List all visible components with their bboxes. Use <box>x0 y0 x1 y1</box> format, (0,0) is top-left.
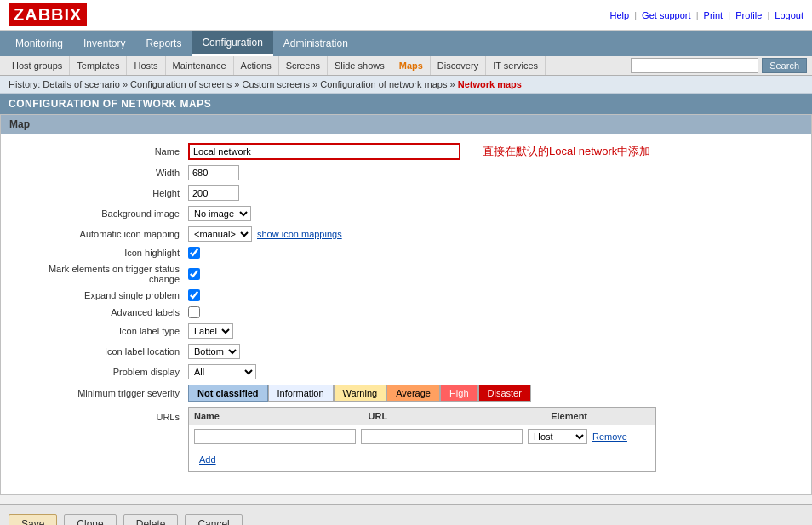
subnav-templates[interactable]: Templates <box>70 56 127 75</box>
nav-configuration[interactable]: Configuration <box>192 31 272 56</box>
severity-average[interactable]: Average <box>386 385 440 402</box>
auto-icon-label: Automatic icon mapping <box>18 229 188 239</box>
min-trigger-label: Minimum trigger severity <box>18 388 188 398</box>
subnav-discovery[interactable]: Discovery <box>431 56 486 75</box>
width-row: Width <box>18 165 794 180</box>
nav-administration[interactable]: Administration <box>273 31 358 55</box>
search-area: Search <box>631 58 807 73</box>
section-header: Map <box>1 115 811 134</box>
subnav-hosts[interactable]: Hosts <box>127 56 165 75</box>
logo: ZABBIX <box>9 3 87 26</box>
subnav-maintenance[interactable]: Maintenance <box>166 56 234 75</box>
icon-highlight-label: Icon highlight <box>18 248 188 258</box>
subnav-maps[interactable]: Maps <box>392 56 431 75</box>
delete-button[interactable]: Delete <box>123 514 179 525</box>
height-label: Height <box>18 188 188 198</box>
name-input[interactable] <box>188 143 460 160</box>
width-control <box>188 165 239 180</box>
subnav-slideshows[interactable]: Slide shows <box>328 56 392 75</box>
get-support-link[interactable]: Get support <box>642 10 690 20</box>
icon-highlight-control <box>188 247 200 259</box>
url-url-input[interactable] <box>361 429 523 444</box>
expand-single-checkbox[interactable] <box>188 289 200 301</box>
problem-display-row: Problem display All <box>18 364 794 379</box>
auto-icon-row: Automatic icon mapping <manual> show ico… <box>18 226 794 242</box>
severity-not-classified[interactable]: Not classified <box>188 385 268 402</box>
mark-elements-control <box>188 268 200 280</box>
top-bar: ZABBIX Help | Get support | Print | Prof… <box>0 0 812 31</box>
width-input[interactable] <box>188 165 239 180</box>
url-col-element-header: Element <box>551 411 650 421</box>
severity-disaster[interactable]: Disaster <box>478 385 531 402</box>
subnav-itservices[interactable]: IT services <box>486 56 546 75</box>
url-name-input[interactable] <box>194 429 356 444</box>
expand-single-label: Expand single problem <box>18 290 188 300</box>
advanced-labels-row: Advanced labels <box>18 306 794 318</box>
bg-image-row: Background image No image <box>18 206 794 221</box>
icon-label-location-row: Icon label location Bottom <box>18 344 794 359</box>
problem-display-select[interactable]: All <box>188 364 256 379</box>
url-element-select[interactable]: Host <box>528 429 587 444</box>
nav-reports[interactable]: Reports <box>135 31 192 55</box>
cancel-button[interactable]: Cancel <box>185 514 242 525</box>
icon-label-location-select[interactable]: Bottom <box>188 344 240 359</box>
breadcrumb-item-0[interactable]: Details of scenario <box>43 79 120 89</box>
bottom-bar: Save Clone Delete Cancel <box>0 504 812 525</box>
top-links: Help | Get support | Print | Profile | L… <box>609 10 803 20</box>
icon-label-type-row: Icon label type Label <box>18 323 794 339</box>
help-link[interactable]: Help <box>609 10 629 20</box>
mark-elements-row: Mark elements on trigger status change <box>18 264 794 284</box>
subnav-actions[interactable]: Actions <box>234 56 279 75</box>
advanced-labels-checkbox[interactable] <box>188 306 200 318</box>
name-control: 直接在默认的Local network中添加 <box>188 143 650 160</box>
search-button[interactable]: Search <box>762 58 807 73</box>
icon-highlight-row: Icon highlight <box>18 247 794 259</box>
url-table: Name URL Element Host Remove Add <box>188 407 656 472</box>
url-table-header: Name URL Element <box>189 408 655 425</box>
bg-image-select[interactable]: No image <box>188 206 251 221</box>
icon-label-type-label: Icon label type <box>18 326 188 336</box>
icon-label-type-select[interactable]: Label <box>188 323 233 339</box>
sub-nav: Host groups Templates Hosts Maintenance … <box>0 56 812 76</box>
mark-elements-checkbox[interactable] <box>188 268 200 280</box>
min-trigger-control: Not classified Information Warning Avera… <box>188 385 531 402</box>
show-icon-mappings-link[interactable]: show icon mappings <box>257 229 342 239</box>
clone-button[interactable]: Clone <box>64 514 116 525</box>
icon-label-location-label: Icon label location <box>18 346 188 357</box>
severity-high[interactable]: High <box>440 385 478 402</box>
save-button[interactable]: Save <box>9 514 57 525</box>
nav-inventory[interactable]: Inventory <box>73 31 135 55</box>
width-label: Width <box>18 168 188 178</box>
mark-elements-label: Mark elements on trigger status change <box>18 264 188 284</box>
breadcrumb-item-3[interactable]: Configuration of network maps <box>320 79 447 89</box>
icon-label-location-control: Bottom <box>188 344 240 359</box>
subnav-screens[interactable]: Screens <box>279 56 328 75</box>
icon-highlight-checkbox[interactable] <box>188 247 200 259</box>
advanced-labels-label: Advanced labels <box>18 307 188 317</box>
height-control <box>188 185 239 201</box>
url-remove-link[interactable]: Remove <box>592 431 627 442</box>
breadcrumb-item-2[interactable]: Custom screens <box>243 79 310 89</box>
breadcrumb-item-1[interactable]: Configuration of screens <box>130 79 232 89</box>
auto-icon-control: <manual> show icon mappings <box>188 226 342 242</box>
height-row: Height <box>18 185 794 201</box>
name-row: Name 直接在默认的Local network中添加 <box>18 143 794 160</box>
bg-image-label: Background image <box>18 208 188 219</box>
logout-link[interactable]: Logout <box>775 10 803 20</box>
breadcrumb: History: Details of scenario » Configura… <box>0 76 812 94</box>
search-input[interactable] <box>631 58 758 73</box>
url-col-name-header: Name <box>194 411 360 421</box>
form-body: Name 直接在默认的Local network中添加 Width Height… <box>1 134 811 494</box>
auto-icon-select[interactable]: <manual> <box>188 226 252 242</box>
nav-monitoring[interactable]: Monitoring <box>5 31 73 55</box>
profile-link[interactable]: Profile <box>735 10 762 20</box>
severity-information[interactable]: Information <box>268 385 334 402</box>
expand-single-row: Expand single problem <box>18 289 794 301</box>
subnav-hostgroups[interactable]: Host groups <box>5 56 70 75</box>
print-link[interactable]: Print <box>704 10 723 20</box>
url-row: Host Remove <box>189 425 655 448</box>
urls-row: URLs Name URL Element Host Remove <box>18 407 794 472</box>
severity-warning[interactable]: Warning <box>334 385 387 402</box>
height-input[interactable] <box>188 185 239 201</box>
url-add-link[interactable]: Add <box>194 451 221 468</box>
